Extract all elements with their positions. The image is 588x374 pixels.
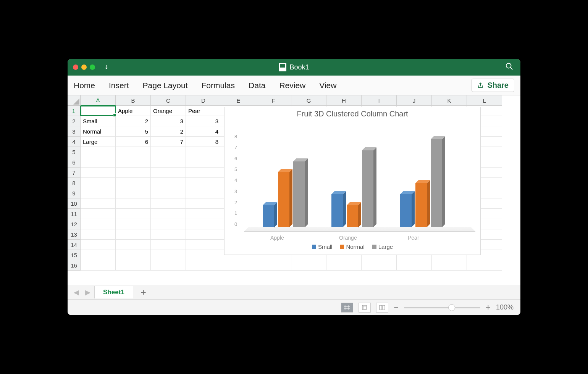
cell-A12[interactable] xyxy=(81,219,116,229)
zoom-in-button[interactable]: + xyxy=(486,303,491,313)
col-header-D[interactable]: D xyxy=(186,95,221,106)
cell-G16[interactable] xyxy=(291,260,326,271)
cell-D4[interactable]: 8 xyxy=(186,137,221,147)
cell-B16[interactable] xyxy=(116,260,151,271)
cell-A1[interactable] xyxy=(81,106,116,116)
cell-L16[interactable] xyxy=(467,260,502,271)
cell-B8[interactable] xyxy=(116,178,151,188)
col-header-F[interactable]: F xyxy=(256,95,291,106)
sheet-tab-active[interactable]: Sheet1 xyxy=(94,286,133,298)
cell-D10[interactable] xyxy=(186,198,221,209)
select-all-corner[interactable] xyxy=(68,95,81,106)
cell-B5[interactable] xyxy=(116,147,151,157)
cell-A16[interactable] xyxy=(81,260,116,271)
col-header-E[interactable]: E xyxy=(221,95,256,106)
row-header-6[interactable]: 6 xyxy=(68,157,81,168)
cell-A11[interactable] xyxy=(81,209,116,219)
row-header-13[interactable]: 13 xyxy=(68,229,81,240)
cell-D11[interactable] xyxy=(186,209,221,219)
cell-D8[interactable] xyxy=(186,178,221,188)
zoom-out-button[interactable]: − xyxy=(394,303,399,313)
close-window-button[interactable] xyxy=(73,64,78,70)
cell-H16[interactable] xyxy=(326,260,362,271)
cell-J16[interactable] xyxy=(397,260,432,271)
row-header-8[interactable]: 8 xyxy=(68,178,81,188)
cell-C8[interactable] xyxy=(151,178,186,188)
minimize-window-button[interactable] xyxy=(81,64,87,70)
cell-A3[interactable]: Normal xyxy=(81,126,116,137)
cell-C9[interactable] xyxy=(151,188,186,198)
search-icon[interactable] xyxy=(505,62,514,73)
cell-F16[interactable] xyxy=(256,260,291,271)
cell-A9[interactable] xyxy=(81,188,116,198)
row-header-7[interactable]: 7 xyxy=(68,168,81,178)
tab-home[interactable]: Home xyxy=(74,81,95,90)
sheet-nav-next-icon[interactable]: ▶ xyxy=(83,288,93,297)
col-header-B[interactable]: B xyxy=(116,95,151,106)
cell-A14[interactable] xyxy=(81,240,116,250)
qat-customize-icon[interactable]: ⇣ xyxy=(104,64,109,70)
cell-B1[interactable]: Apple xyxy=(116,106,151,116)
cell-C6[interactable] xyxy=(151,157,186,168)
row-header-11[interactable]: 11 xyxy=(68,209,81,219)
zoom-slider[interactable] xyxy=(404,307,480,308)
cell-E16[interactable] xyxy=(221,260,256,271)
tab-page-layout[interactable]: Page Layout xyxy=(143,81,188,90)
cell-D1[interactable]: Pear xyxy=(186,106,221,116)
cell-C7[interactable] xyxy=(151,168,186,178)
col-header-G[interactable]: G xyxy=(291,95,326,106)
cell-D14[interactable] xyxy=(186,240,221,250)
cell-A5[interactable] xyxy=(81,147,116,157)
cell-D5[interactable] xyxy=(186,147,221,157)
cell-C1[interactable]: Orange xyxy=(151,106,186,116)
col-header-A[interactable]: A xyxy=(81,95,116,106)
cell-D3[interactable]: 4 xyxy=(186,126,221,137)
row-header-14[interactable]: 14 xyxy=(68,240,81,250)
cell-B6[interactable] xyxy=(116,157,151,168)
row-header-4[interactable]: 4 xyxy=(68,137,81,147)
col-header-K[interactable]: K xyxy=(432,95,467,106)
cell-C5[interactable] xyxy=(151,147,186,157)
row-header-16[interactable]: 16 xyxy=(68,260,81,271)
zoom-slider-thumb[interactable] xyxy=(448,304,455,311)
col-header-H[interactable]: H xyxy=(326,95,362,106)
cell-A10[interactable] xyxy=(81,198,116,209)
cell-B9[interactable] xyxy=(116,188,151,198)
cell-D12[interactable] xyxy=(186,219,221,229)
cell-A2[interactable]: Small xyxy=(81,116,116,126)
cell-C15[interactable] xyxy=(151,250,186,260)
cell-D13[interactable] xyxy=(186,229,221,240)
cell-A8[interactable] xyxy=(81,178,116,188)
tab-data[interactable]: Data xyxy=(249,81,265,90)
cell-B14[interactable] xyxy=(116,240,151,250)
cell-A13[interactable] xyxy=(81,229,116,240)
row-header-10[interactable]: 10 xyxy=(68,198,81,209)
cell-B7[interactable] xyxy=(116,168,151,178)
cell-B2[interactable]: 2 xyxy=(116,116,151,126)
tab-view[interactable]: View xyxy=(319,81,336,90)
cell-D6[interactable] xyxy=(186,157,221,168)
cell-C13[interactable] xyxy=(151,229,186,240)
row-header-12[interactable]: 12 xyxy=(68,219,81,229)
cell-A4[interactable]: Large xyxy=(81,137,116,147)
cell-B13[interactable] xyxy=(116,229,151,240)
sheet-nav-prev-icon[interactable]: ◀ xyxy=(71,288,81,297)
cell-C3[interactable]: 2 xyxy=(151,126,186,137)
col-header-J[interactable]: J xyxy=(397,95,432,106)
col-header-C[interactable]: C xyxy=(151,95,186,106)
cell-C14[interactable] xyxy=(151,240,186,250)
cell-D7[interactable] xyxy=(186,168,221,178)
cell-D9[interactable] xyxy=(186,188,221,198)
row-header-5[interactable]: 5 xyxy=(68,147,81,157)
zoom-window-button[interactable] xyxy=(90,64,95,70)
view-normal-button[interactable] xyxy=(341,303,353,313)
row-header-9[interactable]: 9 xyxy=(68,188,81,198)
cell-K16[interactable] xyxy=(432,260,467,271)
view-page-layout-button[interactable] xyxy=(359,303,371,313)
cell-B15[interactable] xyxy=(116,250,151,260)
cell-C2[interactable]: 3 xyxy=(151,116,186,126)
cell-C10[interactable] xyxy=(151,198,186,209)
cell-B11[interactable] xyxy=(116,209,151,219)
tab-insert[interactable]: Insert xyxy=(109,81,129,90)
col-header-I[interactable]: I xyxy=(362,95,397,106)
